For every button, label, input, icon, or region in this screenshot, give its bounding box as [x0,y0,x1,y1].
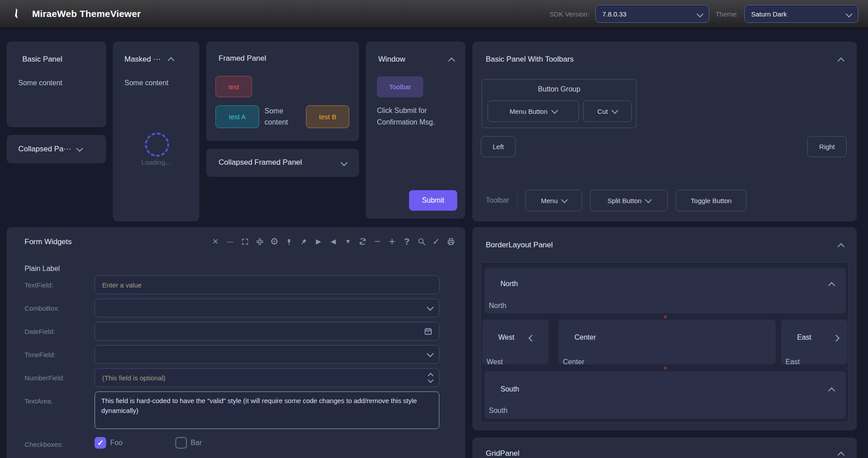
panel-title: Basic Panel [22,55,62,64]
print-icon[interactable] [446,237,455,246]
chevron-right-icon[interactable] [833,335,840,342]
window-panel: Window Toolbar Click Submit for Confirma… [366,42,465,219]
region-content: West [487,358,503,364]
chevron-up-icon[interactable] [838,243,845,250]
borderlayout-panel: BorderLayout Panel North North West West… [472,227,857,430]
chevron-down-icon [427,304,434,311]
submit-button[interactable]: Submit [409,190,457,211]
chevron-down-icon [645,196,652,203]
combobox[interactable] [95,299,439,317]
foo-checkbox[interactable]: ✓ [95,437,106,449]
menu-dropdown-button[interactable]: Menu [525,190,582,211]
datefield[interactable]: 1 [95,322,439,341]
region-header: South [500,385,519,393]
split-button[interactable]: Split Button [590,190,668,211]
window-message: Click Submit for Confirmation Msg. [377,105,455,128]
check-icon[interactable]: ✓ [432,237,441,246]
button-group-legend: Button Group [482,85,636,93]
chevron-up-icon[interactable] [168,57,175,64]
cut-button[interactable]: Cut [583,100,632,122]
timefield-label: TimeField: [25,351,91,358]
app-title: MiraeWeb ThemeViewer [32,8,141,19]
toolbar-button[interactable]: Toolbar [377,76,423,97]
region-header: West [498,333,514,341]
chevron-up-icon[interactable] [448,58,455,65]
chevron-up-icon[interactable] [838,58,845,65]
test-a-button[interactable]: test A [215,105,259,128]
chevron-down-icon[interactable] [341,159,348,167]
chevron-up-icon[interactable] [828,282,835,289]
west-region: West West [482,320,549,364]
collapsed-panel[interactable]: Collapsed Pa··· [7,135,106,163]
restore-icon[interactable] [255,237,264,246]
numberfield[interactable] [95,368,439,387]
south-region: South South [484,371,846,419]
theme-value: Saturn Dark [751,10,787,18]
region-content: North [489,302,506,310]
panel-content: Some content [18,79,62,87]
splitter-handle[interactable] [664,366,667,370]
region-header: North [500,280,518,288]
close-icon[interactable]: × [211,237,220,246]
chevron-down-icon[interactable] [76,145,83,152]
chevron-up-icon[interactable] [828,387,835,395]
maximize-icon[interactable] [240,237,249,246]
minus-icon[interactable]: − [373,237,382,246]
test-button[interactable]: test [215,76,252,97]
plus-icon[interactable]: + [388,237,397,246]
app-header: MiraeWeb ThemeViewer SDK Version: 7.8.0.… [0,0,868,28]
help-icon[interactable]: ? [402,237,411,246]
left-button[interactable]: Left [481,136,516,157]
chevron-down-icon [551,107,558,114]
test-b-button[interactable]: test B [306,105,349,128]
panel-title: Collapsed Pa··· [18,145,71,154]
chevron-down-icon [697,10,704,17]
chevron-up-icon[interactable] [838,452,845,458]
east-region: East East [781,320,847,364]
minimize-icon[interactable]: — [226,237,235,246]
textfield-input[interactable] [101,281,433,289]
loading-text: Loading... [113,158,199,166]
region-content: South [489,407,508,415]
gear-icon[interactable]: ⚙ [270,237,279,246]
textfield-label: TextField: [25,281,91,289]
plain-label: Plain Label [25,265,91,273]
theme-select[interactable]: Saturn Dark [744,5,858,23]
numberfield-input[interactable] [101,374,429,382]
sdk-version-select[interactable]: 7.8.0.33 [595,5,709,23]
north-region: North North [484,268,846,313]
pin-angled-icon[interactable] [299,237,308,246]
combobox-label: ComboBox: [25,304,91,312]
calendar-icon[interactable]: 1 [424,327,433,336]
number-stepper[interactable] [429,374,433,382]
textfield[interactable] [95,275,439,294]
chevron-down-icon[interactable] [428,377,434,383]
toggle-button[interactable]: Toggle Button [676,190,746,211]
splitter-handle[interactable] [664,315,667,318]
timefield[interactable] [95,345,439,364]
region-content: Center [563,358,584,364]
textarea-input[interactable]: This field is hard-coded to have the "va… [95,391,439,429]
chevron-left-icon[interactable] [529,335,536,342]
center-region: Center Center [558,320,776,364]
chevron-down-icon [846,10,853,17]
foo-checkbox-label: Foo [110,439,123,447]
search-icon[interactable] [417,237,426,246]
chevron-down-icon [561,196,568,203]
refresh-icon[interactable] [358,237,367,246]
collapsed-framed-panel[interactable]: Collapsed Framed Panel [206,149,359,177]
play-icon[interactable]: ▶ [314,237,323,246]
bar-checkbox[interactable] [175,437,187,449]
toolbars-panel: Basic Panel With Toolbars Button Group M… [472,42,857,221]
menu-button[interactable]: Menu Button [488,100,579,122]
right-button[interactable]: Right [807,136,847,157]
panel-title: Collapsed Framed Panel [219,158,302,167]
pin-icon[interactable] [285,237,293,246]
caret-down-icon[interactable]: ▾ [343,237,352,246]
app-root: MiraeWeb ThemeViewer SDK Version: 7.8.0.… [0,0,868,458]
checkboxes-label: Checkboxes: [25,441,91,448]
main-content: Basic Panel Some content Collapsed Pa···… [0,28,868,458]
bar-checkbox-label: Bar [191,439,202,447]
play-back-icon[interactable]: ◀ [329,237,338,246]
theme-label: Theme: [715,10,738,18]
